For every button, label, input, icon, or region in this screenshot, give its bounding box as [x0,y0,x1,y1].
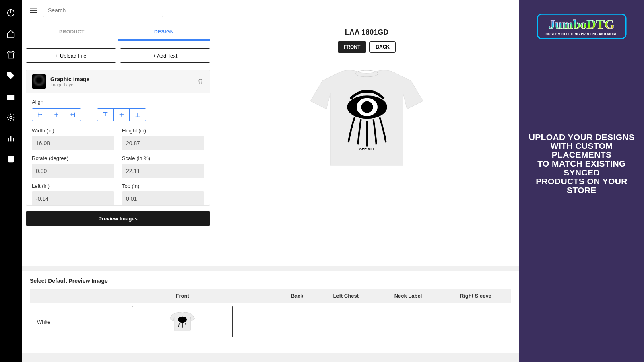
tag-icon[interactable] [6,71,16,80]
scale-input[interactable] [122,164,204,178]
rotate-label: Rotate (degree) [32,155,114,161]
product-title: LAA 1801GD [345,28,388,37]
align-top-button[interactable] [97,109,114,121]
col-rightsleeve: Right Sleeve [440,289,511,303]
users-icon[interactable] [6,154,16,164]
col-front: Front [86,289,279,303]
main-content: PRODUCT DESIGN + Upload File + Add Text … [22,0,519,362]
tab-product[interactable]: PRODUCT [26,24,118,41]
sidebar-nav [0,0,22,362]
tshirt-mockup[interactable]: SEE ALL [298,65,435,177]
topbar [22,0,519,21]
rotate-input[interactable] [32,164,114,178]
svg-point-27 [361,101,373,113]
align-vcenter-button[interactable] [114,109,130,121]
preview-table: Front Back Left Chest Neck Label Right S… [30,289,511,341]
inbox-icon[interactable] [6,92,16,101]
scale-label: Scale (in %) [122,155,204,161]
svg-text:JumboDTG: JumboDTG [549,17,615,31]
align-left-button[interactable] [32,109,48,121]
trash-icon[interactable] [197,78,204,85]
search-input[interactable] [43,4,163,17]
power-icon[interactable] [6,8,16,18]
preview-selector-panel: Select Default Preview Image Front Back … [22,271,519,353]
svg-text:CUSTOM CLOTHING PRINTING AND M: CUSTOM CLOTHING PRINTING AND MORE [545,32,617,36]
hamburger-icon[interactable] [29,6,38,15]
layer-thumbnail [32,74,46,89]
design-panel: PRODUCT DESIGN + Upload File + Add Text … [22,21,214,266]
design-placement-box[interactable]: SEE ALL [339,84,395,155]
front-view-button[interactable]: FRONT [338,41,366,53]
svg-point-3 [10,116,12,119]
left-input[interactable] [32,191,114,205]
align-right-button[interactable] [64,109,80,121]
shirt-icon[interactable] [6,50,16,60]
col-back: Back [279,289,316,303]
height-label: Height (in) [122,128,204,134]
back-view-button[interactable]: BACK [369,41,396,53]
graphic-image-icon: SEE ALL [342,88,392,151]
layer-subtitle: Image Layer [50,82,89,87]
add-text-button[interactable]: + Add Text [120,48,210,63]
top-input[interactable] [122,191,204,205]
gear-icon[interactable] [6,113,16,122]
width-input[interactable] [32,136,114,150]
product-preview: LAA 1801GD FRONT BACK [214,21,519,266]
bottom-title: Select Default Preview Image [30,278,511,284]
vertical-align-group [97,108,146,121]
home-icon[interactable] [6,29,16,39]
analytics-icon[interactable] [6,134,16,143]
left-label: Left (in) [32,183,114,189]
tab-design[interactable]: DESIGN [118,24,210,41]
banner-headline: UPLOAD YOUR DESIGNSWITH CUSTOM PLACEMENT… [522,133,641,195]
height-input[interactable] [122,136,204,150]
col-necklabel: Neck Label [376,289,440,303]
col-blank [30,289,86,303]
top-label: Top (in) [122,183,204,189]
align-hcenter-button[interactable] [48,109,64,121]
svg-text:SEE ALL: SEE ALL [359,147,375,151]
promo-banner: JumboDTG CUSTOM CLOTHING PRINTING AND MO… [519,0,644,362]
svg-point-29 [178,317,187,323]
preview-thumb-front[interactable] [132,306,233,337]
table-row: White [30,303,511,341]
row-label: White [30,303,86,341]
brand-logo: JumboDTG CUSTOM CLOTHING PRINTING AND MO… [533,12,630,44]
col-leftchest: Left Chest [316,289,376,303]
upload-file-button[interactable]: + Upload File [26,48,116,63]
align-label: Align [32,99,204,105]
width-label: Width (in) [32,128,114,134]
horizontal-align-group [32,108,81,121]
layer-header[interactable]: Graphic image Image Layer [26,70,210,93]
preview-images-button[interactable]: Preview Images [26,211,210,226]
layer-title: Graphic image [50,76,89,82]
align-bottom-button[interactable] [130,109,146,121]
